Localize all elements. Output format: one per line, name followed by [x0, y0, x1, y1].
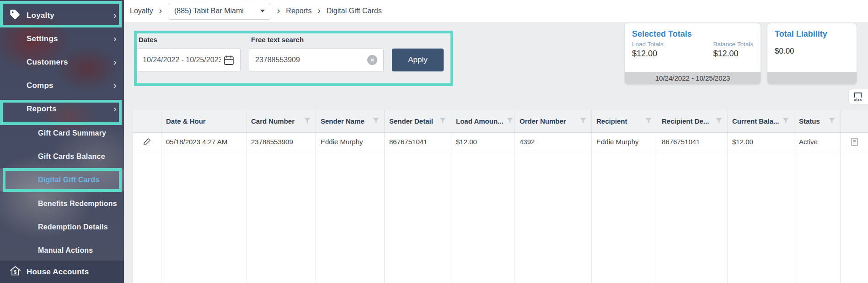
sidebar-item-manual-actions[interactable]: Manual Actions: [0, 239, 124, 262]
date-range-input[interactable]: [143, 56, 221, 64]
table-empty-column: [133, 151, 161, 283]
table-header-sender-detail[interactable]: Sender Detail: [385, 110, 451, 133]
filter-funnel-icon[interactable]: [304, 117, 311, 125]
chevron-right-icon: ›: [113, 103, 117, 114]
dates-label: Dates: [139, 36, 157, 44]
filter-funnel-icon[interactable]: [372, 117, 380, 125]
sidebar-item-house-accounts[interactable]: $ House Accounts: [0, 261, 124, 283]
sidebar-item-label: Reports: [0, 104, 57, 114]
cell-recipient: Eddie Murphy: [592, 133, 657, 151]
chevron-right-icon: ›: [113, 56, 117, 67]
sidebar-item-customers[interactable]: Customers ›: [0, 50, 124, 74]
selected-totals-card: Selected Totals Load Totals $12.00 Balan…: [624, 23, 761, 85]
sidebar-item-label: Benefits Redemptions: [0, 200, 117, 208]
sidebar-item-gift-card-summary[interactable]: Gift Card Summary: [0, 121, 124, 145]
breadcrumb-loyalty[interactable]: Loyalty: [130, 7, 153, 15]
total-liability-title: Total Liability: [767, 23, 857, 39]
app-window: Loyalty › Settings › Customers › Comps ›…: [0, 0, 868, 283]
table-header-edit: [133, 110, 161, 133]
venue-dropdown-value: (885) Tabit Bar Miami: [174, 7, 244, 15]
breadcrumb-current-page: Digital Gift Cards: [327, 7, 382, 15]
row-document-button[interactable]: [841, 133, 868, 151]
cell-date-hour: 05/18/2023 4:27 AM: [161, 133, 246, 151]
table-header-date-hour[interactable]: Date & Hour: [161, 110, 246, 133]
selected-totals-date-range: 10/24/2022 - 10/25/2023: [625, 72, 761, 84]
table-empty-column: [657, 151, 728, 283]
table-header-order-number[interactable]: Order Number: [515, 110, 592, 133]
total-liability-value: $0.00: [767, 40, 857, 56]
filter-funnel-icon[interactable]: [782, 117, 789, 125]
export-xlsx-button[interactable]: xlsx: [848, 89, 868, 104]
document-icon: [851, 138, 858, 146]
table-header-load-amount[interactable]: Load Amoun...: [451, 110, 515, 133]
table-header-recipient[interactable]: Recipient: [592, 110, 657, 133]
table-empty-column: [246, 151, 316, 283]
sidebar: Loyalty › Settings › Customers › Comps ›…: [0, 0, 124, 283]
breadcrumb: Loyalty › (885) Tabit Bar Miami › Report…: [124, 0, 868, 22]
breadcrumb-separator-icon: ›: [159, 5, 162, 16]
sidebar-item-label: Gift Cards Balance: [0, 152, 105, 161]
filter-funnel-icon[interactable]: [715, 117, 723, 125]
filter-funnel-icon[interactable]: [579, 117, 587, 125]
free-text-search-input[interactable]: [255, 56, 364, 64]
sidebar-item-label: Manual Actions: [0, 246, 93, 255]
table-header-status[interactable]: Status: [794, 110, 841, 133]
loyalty-tag-icon: [9, 9, 21, 22]
table-header-sender-name[interactable]: Sender Name: [316, 110, 385, 133]
cell-order-number: 4392: [515, 133, 592, 151]
sidebar-item-settings[interactable]: Settings ›: [0, 27, 124, 50]
table-empty-column: [841, 151, 868, 283]
table-empty-column: [161, 151, 246, 283]
balance-totals-value: $12.00: [713, 49, 753, 59]
sidebar-item-comps[interactable]: Comps ›: [0, 74, 124, 97]
venue-dropdown[interactable]: (885) Tabit Bar Miami: [168, 3, 271, 20]
table-empty-column: [592, 151, 657, 283]
sidebar-item-loyalty[interactable]: Loyalty ›: [0, 4, 124, 27]
filter-funnel-icon[interactable]: [828, 117, 836, 125]
cell-sender-name: Eddie Murphy: [316, 133, 385, 151]
cell-card-number: 23788553909: [246, 133, 316, 151]
breadcrumb-separator-icon: ›: [317, 5, 320, 16]
balance-totals-label: Balance Totals: [713, 41, 753, 48]
table-header-actions: [841, 110, 868, 133]
table-empty-column: [385, 151, 451, 283]
breadcrumb-reports[interactable]: Reports: [286, 7, 311, 15]
cell-status: Active: [794, 133, 841, 151]
table-empty-column: [451, 151, 515, 283]
table-header-current-balance[interactable]: Current Bala...: [728, 110, 794, 133]
calendar-icon[interactable]: [224, 55, 234, 65]
table-empty-column: [794, 151, 841, 283]
table-header-card-number[interactable]: Card Number: [246, 110, 316, 133]
load-totals-value: $12.00: [632, 49, 664, 59]
sidebar-item-label: Settings: [0, 34, 58, 44]
edit-row-button[interactable]: [133, 133, 161, 151]
load-totals: Load Totals $12.00: [632, 41, 664, 59]
sidebar-item-redemption-details[interactable]: Redemption Details: [0, 215, 124, 239]
table-header-recipient-detail[interactable]: Recipient De...: [657, 110, 728, 133]
total-liability-footer: [767, 72, 857, 84]
free-text-search-label: Free text search: [251, 36, 304, 44]
chevron-right-icon: ›: [113, 80, 117, 91]
selected-totals-title: Selected Totals: [625, 23, 761, 39]
sidebar-item-digital-gift-cards[interactable]: Digital Gift Cards: [0, 169, 124, 191]
sidebar-item-label: Gift Card Summary: [0, 129, 106, 137]
load-totals-label: Load Totals: [632, 41, 664, 48]
pencil-icon: [143, 138, 151, 146]
xlsx-export-icon: xlsx: [853, 92, 863, 102]
filter-funnel-icon[interactable]: [506, 117, 514, 125]
free-text-search-field[interactable]: ✕: [249, 49, 384, 71]
house-dollar-icon: $: [9, 265, 21, 279]
sidebar-item-gift-cards-balance[interactable]: Gift Cards Balance: [0, 145, 124, 168]
filter-funnel-icon[interactable]: [439, 117, 446, 125]
total-liability-card: Total Liability $0.00: [767, 23, 857, 85]
filter-funnel-icon[interactable]: [645, 117, 652, 125]
cell-load-amount: $12.00: [451, 133, 515, 151]
sidebar-item-reports[interactable]: Reports ›: [0, 97, 124, 120]
sidebar-item-benefits-redemptions[interactable]: Benefits Redemptions: [0, 192, 124, 215]
sidebar-item-label: Digital Gift Cards: [0, 176, 99, 184]
apply-button[interactable]: Apply: [392, 49, 444, 71]
clear-search-icon[interactable]: ✕: [367, 55, 377, 65]
cell-sender-detail: 8676751041: [385, 133, 451, 151]
date-range-field[interactable]: [136, 49, 241, 71]
chevron-right-icon: ›: [113, 33, 117, 44]
